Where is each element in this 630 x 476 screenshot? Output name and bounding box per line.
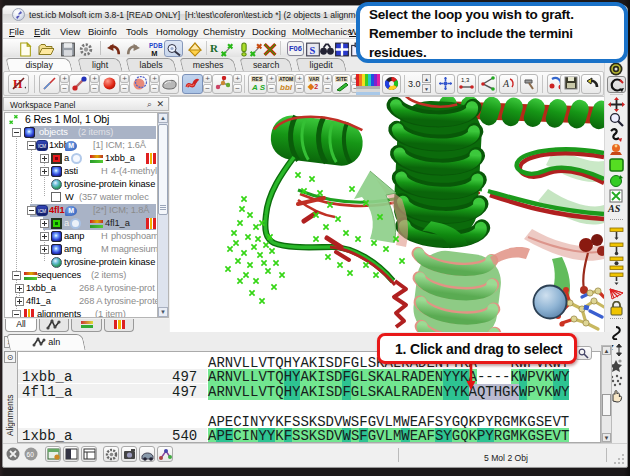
svg-text:S: S (309, 45, 315, 56)
svg-text:A: A (502, 78, 510, 89)
svg-text:M: M (151, 49, 157, 57)
svg-text:60: 60 (27, 451, 35, 458)
svg-text:1,3: 1,3 (461, 77, 470, 83)
